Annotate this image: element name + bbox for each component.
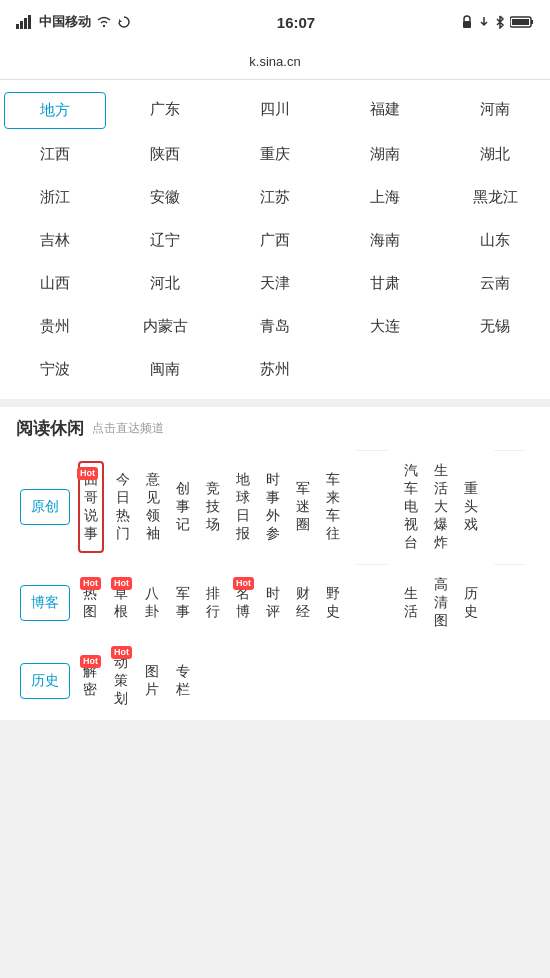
region-cell[interactable]: 青岛	[220, 305, 330, 348]
channel-cell[interactable]: 专栏	[167, 651, 198, 711]
carrier-label: 中国移动	[39, 13, 91, 31]
region-cell[interactable]: 江西	[0, 133, 110, 176]
region-cell[interactable]: 吉林	[0, 219, 110, 262]
region-cell[interactable]: 上海	[330, 176, 440, 219]
region-cell[interactable]: 安徽	[110, 176, 220, 219]
channel-cell[interactable]: 高清图	[426, 564, 456, 642]
channel-cell[interactable]: 动策划Hot	[105, 642, 136, 720]
url-bar[interactable]: k.sina.cn	[0, 44, 550, 80]
svg-rect-3	[28, 15, 31, 29]
channel-cell[interactable]: 军迷圈	[288, 468, 318, 546]
region-cell[interactable]: 大连	[330, 305, 440, 348]
region-cell[interactable]: 海南	[330, 219, 440, 262]
channel-row: 生活高清图历史	[396, 564, 486, 642]
channel-cell[interactable]: 历史	[456, 573, 486, 633]
signal-icon	[16, 15, 34, 29]
region-cell[interactable]: 山西	[0, 262, 110, 305]
channel-cell[interactable]: 时事外参	[258, 459, 288, 555]
region-cell[interactable]: 天津	[220, 262, 330, 305]
channel-cell[interactable]: 汽车电视台	[396, 450, 426, 564]
wifi-icon	[96, 16, 112, 28]
region-cell[interactable]: 山东	[440, 219, 550, 262]
channel-cell[interactable]: 排行	[198, 573, 228, 633]
channel-cell[interactable]: 囧哥说事Hot	[78, 461, 104, 553]
channel-cell[interactable]: 八卦	[136, 573, 167, 633]
channel-row: 博客热图Hot草根Hot八卦军事	[16, 564, 198, 642]
channel-cell[interactable]: 军事	[167, 573, 198, 633]
channel-cell[interactable]: 名博Hot	[228, 573, 258, 633]
region-cell[interactable]: 云南	[440, 262, 550, 305]
region-cell[interactable]: 江苏	[220, 176, 330, 219]
region-cell[interactable]: 重庆	[220, 133, 330, 176]
channel-cell[interactable]: 生活	[396, 573, 426, 633]
region-cell[interactable]: 甘肃	[330, 262, 440, 305]
lock-icon	[461, 15, 473, 29]
region-section: 地方广东四川福建河南江西陕西重庆湖南湖北浙江安徽江苏上海黑龙江吉林辽宁广西海南山…	[0, 80, 550, 399]
time-display: 16:07	[277, 14, 315, 31]
region-cell[interactable]: 浙江	[0, 176, 110, 219]
channel-cell[interactable]: 意见领袖	[138, 459, 168, 555]
channel-cell[interactable]: 时评	[258, 573, 288, 633]
region-cell[interactable]: 无锡	[440, 305, 550, 348]
channel-row: 汽车电视台生活大爆炸重头戏	[396, 450, 486, 564]
channel-row: 原创囧哥说事Hot今日热门意见领袖创事记	[16, 450, 198, 564]
svg-marker-4	[119, 19, 122, 22]
arrow-icon	[478, 15, 490, 29]
channel-cell[interactable]: 野史	[318, 573, 348, 633]
svg-rect-5	[463, 21, 471, 28]
channel-cell[interactable]: 历史	[20, 663, 70, 699]
channel-grid: 原创囧哥说事Hot今日热门意见领袖创事记竞技场地球日报时事外参军迷圈车来车往汽车…	[16, 450, 534, 720]
reading-section: 阅读休闲 点击直达频道 原创囧哥说事Hot今日热门意见领袖创事记竞技场地球日报时…	[0, 407, 550, 720]
channel-cell[interactable]: 解密Hot	[74, 651, 105, 711]
refresh-icon	[117, 15, 131, 29]
url-display: k.sina.cn	[249, 54, 300, 69]
channel-cell[interactable]: 原创	[20, 489, 70, 525]
channel-cell[interactable]: 车来车往	[318, 459, 348, 555]
reading-subtitle: 点击直达频道	[92, 420, 164, 437]
region-grid: 地方广东四川福建河南江西陕西重庆湖南湖北浙江安徽江苏上海黑龙江吉林辽宁广西海南山…	[0, 88, 550, 391]
channel-cell[interactable]: 地球日报	[228, 459, 258, 555]
status-left: 中国移动	[16, 13, 131, 31]
region-cell[interactable]: 河南	[440, 88, 550, 133]
region-cell[interactable]: 河北	[110, 262, 220, 305]
svg-rect-8	[512, 19, 529, 25]
channel-cell[interactable]: 财经	[288, 573, 318, 633]
channel-row: 历史解密Hot动策划Hot图片专栏	[16, 642, 198, 720]
channel-row: 排行名博Hot时评财经野史	[198, 564, 348, 642]
region-cell[interactable]: 宁波	[0, 348, 110, 391]
channel-cell[interactable]: 图片	[136, 651, 167, 711]
bluetooth-icon	[495, 15, 505, 29]
reading-header: 阅读休闲 点击直达频道	[16, 417, 534, 440]
region-cell[interactable]: 贵州	[0, 305, 110, 348]
battery-icon	[510, 16, 534, 28]
region-cell[interactable]: 内蒙古	[110, 305, 220, 348]
region-cell[interactable]: 湖北	[440, 133, 550, 176]
svg-rect-2	[24, 18, 27, 29]
region-cell[interactable]: 地方	[4, 92, 106, 129]
region-cell[interactable]: 湖南	[330, 133, 440, 176]
region-cell[interactable]: 广西	[220, 219, 330, 262]
channel-cell[interactable]: 创事记	[168, 468, 198, 546]
region-cell[interactable]: 辽宁	[110, 219, 220, 262]
channel-cell[interactable]: 草根Hot	[105, 573, 136, 633]
region-cell[interactable]: 四川	[220, 88, 330, 133]
svg-rect-1	[20, 21, 23, 29]
channel-cell[interactable]: 生活大爆炸	[426, 450, 456, 564]
channel-row: 竞技场地球日报时事外参军迷圈车来车往	[198, 450, 348, 564]
region-cell[interactable]: 陕西	[110, 133, 220, 176]
svg-rect-7	[531, 20, 533, 24]
region-cell[interactable]: 福建	[330, 88, 440, 133]
channel-cell[interactable]: 博客	[20, 585, 70, 621]
status-bar: 中国移动 16:07	[0, 0, 550, 44]
channel-cell[interactable]: 重头戏	[456, 468, 486, 546]
channel-cell[interactable]: 热图Hot	[74, 573, 105, 633]
reading-title: 阅读休闲	[16, 417, 84, 440]
channel-cell[interactable]: 今日热门	[108, 459, 138, 555]
region-cell[interactable]: 黑龙江	[440, 176, 550, 219]
region-cell[interactable]: 广东	[110, 88, 220, 133]
region-cell[interactable]: 闽南	[110, 348, 220, 391]
svg-rect-0	[16, 24, 19, 29]
channel-cell[interactable]: 竞技场	[198, 468, 228, 546]
status-right	[461, 15, 534, 29]
region-cell[interactable]: 苏州	[220, 348, 330, 391]
